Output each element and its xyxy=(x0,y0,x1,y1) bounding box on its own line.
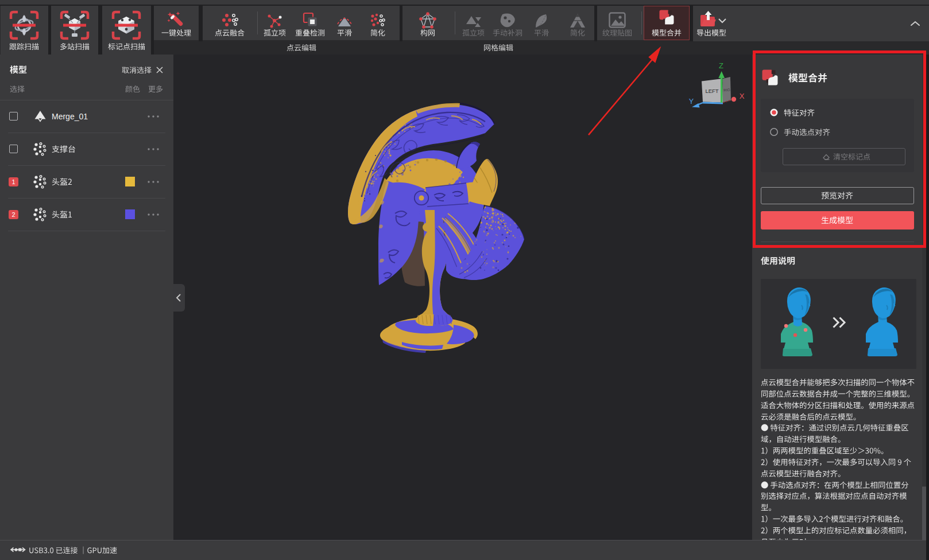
svg-text:X: X xyxy=(740,92,745,100)
svg-text:LEFT: LEFT xyxy=(705,88,718,94)
svg-text:Y: Y xyxy=(689,98,694,106)
svg-text:Z: Z xyxy=(719,61,723,70)
